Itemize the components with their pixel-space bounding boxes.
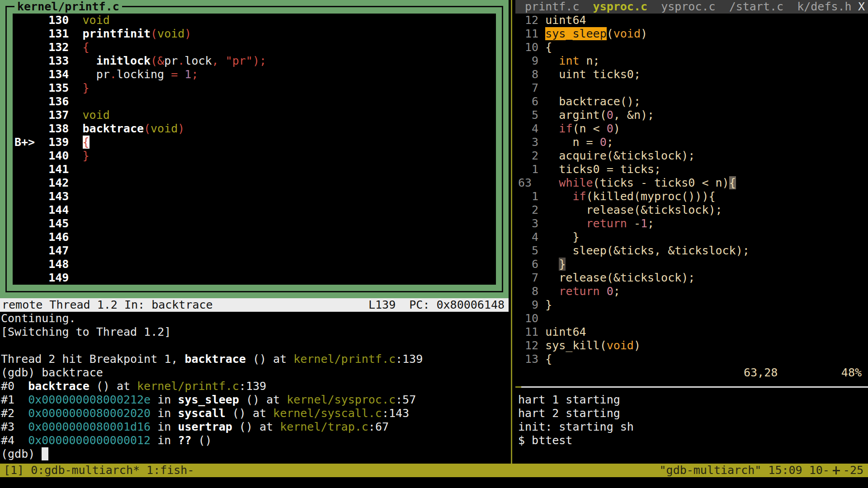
pun: ; <box>191 68 198 81</box>
tab[interactable]: printf.c <box>525 0 579 13</box>
line: 3 n = 0; <box>518 136 750 149</box>
tmux-vertical-divider[interactable] <box>511 0 512 464</box>
path: kernel/printf.c <box>137 380 239 393</box>
txt: () at <box>246 352 293 366</box>
tab[interactable]: k/defs.h <box>797 0 851 13</box>
path: kernel/sysproc.c <box>287 393 396 406</box>
gdb-status-thread: remote Thread 1.2 In: backtrace <box>2 298 213 312</box>
lnum: 63 <box>518 176 538 189</box>
code: release(&tickslock); <box>545 203 722 216</box>
spacer <box>14 14 35 27</box>
spacer <box>69 230 82 244</box>
spacer <box>14 271 35 284</box>
spacer <box>219 54 226 67</box>
spacer <box>538 176 545 189</box>
tmux-horizontal-divider[interactable] <box>521 386 868 388</box>
num: 132 <box>35 41 69 54</box>
tab-close-button[interactable]: X <box>858 0 865 14</box>
tmux-window-list[interactable]: [1] 0:gdb-multiarch* 1:fish- <box>4 464 194 477</box>
txt: #4 <box>1 434 28 447</box>
gdb-console[interactable]: Continuing.[Switching to Thread 1.2]Thre… <box>1 312 423 461</box>
tab[interactable]: /start.c <box>729 0 783 13</box>
lnum: 8 <box>518 285 538 298</box>
lnum: 2 <box>518 149 538 162</box>
spacer <box>69 14 82 27</box>
source-window-title: kernel/printf.c <box>14 0 122 14</box>
lnum: 3 <box>518 136 538 149</box>
vim-tabline: printf.c ysproc.c ysproc.c /start.c k/de… <box>515 0 868 14</box>
vkw: if <box>572 190 586 203</box>
fn: backtrace <box>28 380 89 393</box>
line: 12 uint64 <box>518 14 750 27</box>
spacer <box>538 203 545 216</box>
code <box>545 217 586 230</box>
line: 138 backtrace(void) <box>14 122 266 136</box>
line: Continuing. <box>1 312 423 325</box>
cjk-month-glyph <box>830 464 843 477</box>
fn: backtrace <box>83 122 144 135</box>
line: 147 <box>14 244 266 258</box>
lnum: 7 <box>518 271 538 284</box>
num: 131 <box>35 27 69 40</box>
lnum: 1 <box>518 190 538 203</box>
pun: . <box>110 68 117 81</box>
lnum: 5 <box>518 108 538 122</box>
num: 145 <box>35 217 69 230</box>
fn: sys_sleep <box>178 393 239 406</box>
spacer <box>14 230 35 244</box>
qemu-console[interactable]: hart 1 startinghart 2 startinginit: star… <box>518 393 634 447</box>
code: (killed(myproc())){ <box>586 190 716 203</box>
spacer <box>647 0 661 13</box>
terminal-screen: kernel/printf.c 130 void 131 printfinit(… <box>0 0 868 488</box>
spacer <box>69 203 82 216</box>
kw: void <box>157 27 184 40</box>
num: 144 <box>35 203 69 216</box>
tabact[interactable]: ysproc.c <box>593 0 647 13</box>
code <box>545 190 572 203</box>
typ: void <box>607 339 634 352</box>
code: (n < <box>572 122 606 135</box>
code: sleep(&ticks, &tickslock); <box>545 244 750 257</box>
txt: hart 2 starting <box>518 407 620 420</box>
line: 143 <box>14 190 266 203</box>
spacer <box>14 68 35 81</box>
pink: 0 <box>607 108 613 122</box>
lnum: 13 <box>518 352 538 366</box>
tab[interactable]: ysproc.c <box>661 0 715 13</box>
spacer <box>69 54 96 67</box>
code: , &n); <box>613 108 654 122</box>
path: kernel/syscall.c <box>273 407 382 420</box>
spacer <box>538 136 545 149</box>
pink: 0 <box>607 285 613 298</box>
line: hart 2 starting <box>518 407 634 420</box>
frame-border-line <box>5 291 503 292</box>
fn: printfinit <box>83 27 151 40</box>
spacer <box>538 122 545 135</box>
spacer <box>69 258 82 271</box>
tmux-year: -25 <box>843 464 863 477</box>
lnum: 9 <box>518 298 538 311</box>
code <box>545 176 559 189</box>
line: (gdb) <box>1 447 423 461</box>
addr: 0x000000008000212e <box>28 393 151 406</box>
pun: { <box>83 41 90 54</box>
spacer <box>69 149 82 162</box>
spacer <box>14 203 35 216</box>
code: } <box>545 230 579 244</box>
spacer <box>538 298 545 311</box>
spacer <box>69 190 82 203</box>
pun: ( <box>144 122 151 135</box>
code: ) <box>634 339 641 352</box>
pun: } <box>83 81 90 94</box>
line: 2 release(&tickslock); <box>518 203 750 217</box>
spacer <box>69 217 82 230</box>
code: { <box>545 41 552 54</box>
vim-buffer[interactable]: 12 uint64 11 sys_sleep(void) 10 { 9 int … <box>518 14 750 366</box>
txt: init: starting sh <box>518 420 634 433</box>
line: hart 1 starting <box>518 393 634 407</box>
spacer <box>14 41 35 54</box>
spacer <box>538 271 545 284</box>
code: uint64 <box>545 14 586 27</box>
frame-border-line <box>5 6 7 292</box>
num: 137 <box>35 108 69 122</box>
